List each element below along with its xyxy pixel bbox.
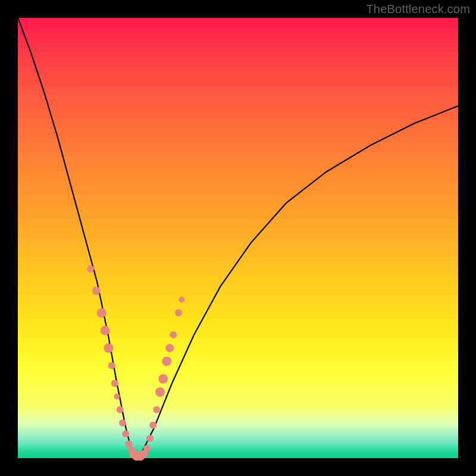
data-marker	[175, 309, 182, 317]
chart-frame: TheBottleneck.com	[0, 0, 476, 476]
data-marker	[158, 374, 168, 384]
data-marker	[101, 325, 110, 335]
curve-svg	[18, 18, 458, 458]
data-marker	[170, 331, 177, 339]
data-marker	[119, 419, 126, 427]
data-marker	[87, 265, 94, 273]
data-marker	[178, 297, 184, 303]
plot-area	[18, 18, 458, 458]
data-marker	[125, 440, 132, 447]
data-marker	[143, 445, 151, 452]
data-marker	[104, 343, 113, 353]
data-marker	[146, 435, 154, 442]
data-marker	[155, 387, 165, 397]
data-marker	[165, 344, 174, 352]
data-marker	[97, 308, 107, 318]
data-marker	[92, 287, 101, 295]
data-marker	[149, 422, 156, 429]
bottleneck-curve	[18, 18, 458, 454]
data-marker	[114, 393, 120, 399]
data-marker	[162, 356, 171, 366]
data-marker	[111, 380, 118, 387]
data-markers	[87, 265, 184, 461]
data-marker	[108, 362, 115, 369]
data-marker	[117, 406, 124, 414]
data-marker	[122, 430, 129, 437]
watermark-text: TheBottleneck.com	[366, 2, 470, 16]
data-marker	[153, 406, 160, 414]
